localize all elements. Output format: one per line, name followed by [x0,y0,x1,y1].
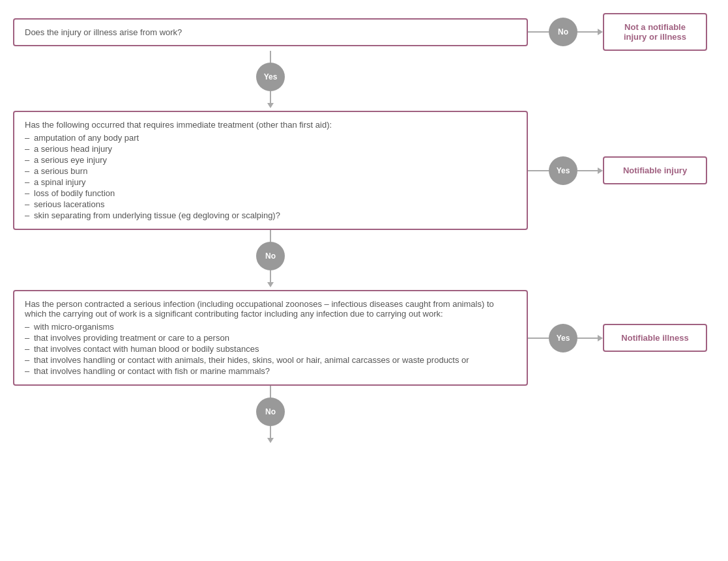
outcome-2-text: Notifiable injury [623,165,687,175]
box3-list: with micro-organisms that involves provi… [25,321,516,377]
circle-no-1: No [549,18,577,46]
circle-yes-1: Yes [256,63,285,91]
box2-list: amputation of any body part a serious he… [25,132,516,221]
question-2-text: Has the following occurred that requires… [25,120,516,130]
conn-box2-yes [528,170,549,171]
vline-2b [270,270,271,282]
outcome-1-line2: injury or illness [615,32,695,42]
outcome-3-text: Notifiable illness [621,333,688,343]
vline-3b [270,426,271,438]
outcome-1-line1: Not a notifiable [615,22,695,32]
list-item-2-4: a serious burn [25,165,516,177]
vline-3a [270,386,271,397]
outcome-not-notifiable: Not a notifiable injury or illness [603,13,707,51]
vert-conn-2: No [13,230,528,290]
vline-1b [270,91,271,103]
circle-yes-2: Yes [549,156,577,185]
circle-no-2: No [256,242,285,270]
box-question-2: Has the following occurred that requires… [13,111,528,230]
conn-no1-outcome1 [577,31,598,33]
list-item-3-5: that involves handling or contact with f… [25,366,516,377]
outcome-notifiable-illness: Notifiable illness [603,324,707,352]
box-question-1: Does the injury or illness arise from wo… [13,18,528,46]
list-item-2-8: skin separating from underlying tissue (… [25,210,516,221]
question-3-intro: Has the person contracted a serious infe… [25,299,516,319]
list-item-2-3: a serious eye injury [25,154,516,165]
question-1-text: Does the injury or illness arise from wo… [25,27,182,37]
list-item-2-6: loss of bodily function [25,188,516,199]
conn-yes3-outcome3 [577,338,598,339]
vline-2a [270,230,271,242]
list-item-2-1: amputation of any body part [25,132,516,143]
arrow-tip-2 [267,282,274,287]
box-question-3: Has the person contracted a serious infe… [13,290,528,386]
conn-box3-yes [528,338,549,339]
vline-1a [270,51,271,63]
vert-conn-1: Yes [13,51,528,111]
row-2: Has the following occurred that requires… [13,111,715,230]
flowchart: Does the injury or illness arise from wo… [13,13,715,443]
circle-no-3: No [256,397,285,426]
outcome-notifiable-injury: Notifiable injury [603,156,707,184]
list-item-2-7: serious lacerations [25,199,516,210]
list-item-2-5: a spinal injury [25,177,516,188]
row-1: Does the injury or illness arise from wo… [13,13,715,51]
conn-box1-no [528,31,549,33]
arrow-tip-3 [267,438,274,443]
list-item-3-1: with micro-organisms [25,321,516,332]
conn-yes2-outcome2 [577,170,598,171]
vert-conn-3: No [13,386,528,443]
list-item-2-2: a serious head injury [25,143,516,154]
arrow-tip-1 [267,103,274,108]
row-3: Has the person contracted a serious infe… [13,290,715,386]
list-item-3-4: that involves handling or contact with a… [25,354,516,366]
list-item-3-3: that involves contact with human blood o… [25,343,516,354]
circle-yes-3: Yes [549,324,577,352]
list-item-3-2: that involves providing treatment or car… [25,332,516,343]
